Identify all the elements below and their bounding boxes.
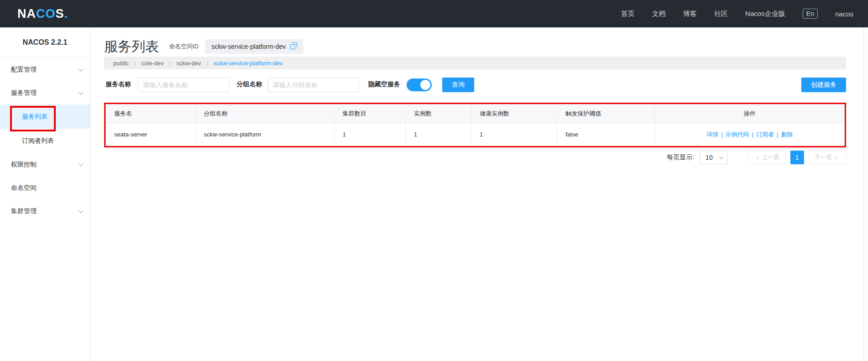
- sidebar-item-permission-control[interactable]: 权限控制: [0, 153, 90, 176]
- col-header-protect-threshold: 触发保护阈值: [557, 105, 655, 123]
- next-page-label: 下一页: [815, 153, 832, 162]
- sidebar-item-label: 服务管理: [11, 89, 37, 97]
- namespace-separator: |: [134, 60, 136, 67]
- cell-operations: 详情|示例代码|订阅者|删除: [655, 123, 845, 146]
- namespace-id-chip: sckw-service-platform-dev: [205, 39, 303, 54]
- chevron-down-icon: [78, 66, 83, 71]
- service-table: 服务名 分组名称 集群数目 实例数 健康实例数 触发保护阈值 操作 seata-…: [106, 104, 845, 146]
- search-form: 服务名称 分组名称 隐藏空服务 查询 创建服务: [104, 77, 846, 93]
- op-separator: |: [721, 131, 722, 138]
- sidebar-item-label: 权限控制: [11, 161, 37, 169]
- nav-link-docs[interactable]: 文档: [652, 10, 666, 18]
- nav-link-blog[interactable]: 博客: [683, 10, 697, 18]
- sidebar-item-service-management[interactable]: 服务管理: [0, 81, 90, 105]
- op-separator: |: [777, 131, 778, 138]
- service-name-label: 服务名称: [106, 80, 131, 89]
- next-arrow-icon: ›: [835, 154, 837, 161]
- detail-link[interactable]: 详情: [706, 131, 718, 138]
- col-header-service-name: 服务名: [106, 105, 196, 123]
- table-header-row: 服务名 分组名称 集群数目 实例数 健康实例数 触发保护阈值 操作: [106, 105, 845, 123]
- sidebar-item-subscriber-list[interactable]: 订阅者列表: [0, 129, 90, 153]
- top-navbar: NACOS. 首页 文档 博客 社区 Nacos企业版 En nacos: [0, 0, 868, 27]
- namespace-id-value: sckw-service-platform-dev: [212, 43, 286, 50]
- sidebar-item-label: 服务列表: [22, 113, 48, 121]
- sidebar-item-cluster-management[interactable]: 集群管理: [0, 199, 90, 223]
- subscriber-link[interactable]: 订阅者: [756, 131, 774, 138]
- cell-cluster-count: 1: [334, 123, 406, 146]
- chevron-down-icon: [78, 161, 83, 166]
- username-menu[interactable]: nacos: [835, 10, 853, 18]
- query-button[interactable]: 查询: [442, 78, 474, 92]
- sidebar-item-config-management[interactable]: 配置管理: [0, 58, 90, 81]
- sidebar-item-label: 命名空间: [11, 184, 37, 192]
- main-content: 服务列表 命名空间ID sckw-service-platform-dev pu…: [104, 27, 846, 361]
- namespace-tab-public[interactable]: public: [113, 60, 129, 67]
- col-header-cluster-count: 集群数目: [334, 105, 406, 123]
- logo-text: NA: [17, 7, 36, 21]
- namespace-separator: |: [169, 60, 171, 67]
- namespace-tab-sckw-service-platform-dev[interactable]: sckw-service-platform-dev: [213, 60, 282, 67]
- page-title: 服务列表: [104, 37, 159, 56]
- logo-text: .: [64, 7, 69, 21]
- current-page-button[interactable]: 1: [790, 151, 804, 164]
- sample-code-link[interactable]: 示例代码: [725, 131, 749, 138]
- next-page-button[interactable]: 下一页 ›: [809, 151, 846, 164]
- language-switch[interactable]: En: [803, 9, 818, 19]
- chevron-down-icon: [78, 89, 83, 94]
- table-row: seata-server sckw-service-platform 1 1 1…: [106, 123, 845, 146]
- page-size-label: 每页显示:: [667, 153, 694, 162]
- cell-group-name: sckw-service-platform: [196, 123, 334, 146]
- cell-service-name: seata-server: [106, 123, 196, 146]
- pagination: 每页显示: 10 ‹ 上一页 1 下一页 ›: [667, 151, 846, 164]
- namespace-tab-cole-dev[interactable]: cole-dev: [141, 60, 164, 67]
- cell-healthy-instance-count: 1: [471, 123, 557, 146]
- op-separator: |: [752, 131, 753, 138]
- sidebar-item-label: 订阅者列表: [22, 137, 54, 145]
- sidebar-item-label: 集群管理: [11, 207, 37, 215]
- chevron-down-icon: [719, 155, 724, 159]
- prev-page-label: 上一页: [762, 153, 780, 162]
- nav-link-community[interactable]: 社区: [714, 10, 728, 18]
- toggle-knob: [420, 80, 430, 90]
- navbar-menu: 首页 文档 博客 社区 Nacos企业版 En nacos: [621, 0, 853, 27]
- namespace-tabs: public | cole-dev | sckw-dev | sckw-serv…: [104, 57, 846, 69]
- chevron-down-icon: [78, 208, 83, 213]
- sidebar-item-label: 配置管理: [11, 66, 37, 74]
- group-name-input[interactable]: [268, 78, 359, 92]
- logo-text: CO: [36, 7, 56, 21]
- copy-icon[interactable]: [290, 44, 295, 49]
- delete-link[interactable]: 删除: [781, 131, 793, 138]
- create-service-button[interactable]: 创建服务: [801, 78, 846, 92]
- cell-protect-threshold: false: [557, 123, 655, 146]
- col-header-instance-count: 实例数: [406, 105, 471, 123]
- nav-link-enterprise[interactable]: Nacos企业版: [745, 10, 785, 18]
- col-header-operations: 操作: [655, 105, 845, 123]
- namespace-id-label: 命名空间ID: [169, 42, 199, 51]
- sidebar-item-namespace[interactable]: 命名空间: [0, 176, 90, 199]
- sidebar-version: NACOS 2.2.1: [0, 27, 90, 58]
- nav-link-home[interactable]: 首页: [621, 10, 635, 18]
- col-header-group-name: 分组名称: [196, 105, 334, 123]
- prev-page-button[interactable]: ‹ 上一页: [748, 151, 785, 164]
- prev-arrow-icon: ‹: [757, 154, 759, 161]
- sidebar-item-service-list[interactable]: 服务列表: [0, 105, 90, 129]
- logo-text: S: [56, 7, 64, 21]
- page-size-select[interactable]: 10: [699, 151, 728, 164]
- nacos-logo[interactable]: NACOS.: [17, 0, 68, 27]
- namespace-tab-sckw-dev[interactable]: sckw-dev: [176, 60, 201, 67]
- page-header: 服务列表 命名空间ID sckw-service-platform-dev: [104, 37, 303, 56]
- page-size-value: 10: [705, 154, 713, 161]
- hide-empty-service-label: 隐藏空服务: [368, 80, 400, 89]
- service-name-input[interactable]: [138, 78, 229, 92]
- group-name-label: 分组名称: [237, 80, 262, 89]
- scrollbar-gutter[interactable]: [863, 27, 868, 361]
- cell-instance-count: 1: [406, 123, 471, 146]
- annotation-box-table: 服务名 分组名称 集群数目 实例数 健康实例数 触发保护阈值 操作 seata-…: [104, 103, 846, 147]
- namespace-separator: |: [206, 60, 208, 67]
- sidebar: NACOS 2.2.1 配置管理 服务管理 服务列表 订阅者列表 权限控制 命名…: [0, 27, 90, 361]
- hide-empty-service-toggle[interactable]: [407, 78, 432, 91]
- col-header-healthy-instance-count: 健康实例数: [471, 105, 557, 123]
